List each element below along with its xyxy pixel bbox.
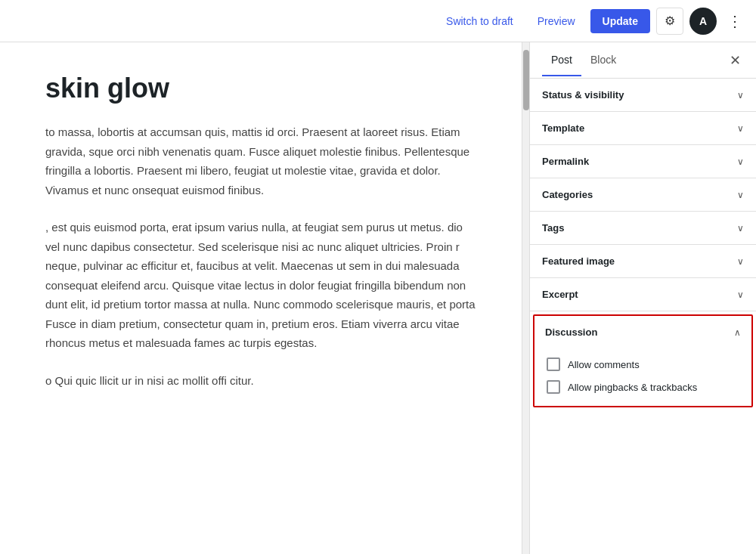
update-button[interactable]: Update: [590, 9, 650, 33]
panel-featured-image: Featured image ∨: [530, 245, 756, 278]
panel-discussion: Discussion ∧ Allow comments Allow pingba…: [533, 314, 753, 407]
panel-permalink-title: Permalink: [542, 156, 589, 167]
avatar-button[interactable]: A: [689, 8, 717, 35]
avatar: A: [699, 15, 707, 27]
panel-template: Template ∨: [530, 112, 756, 145]
panel-excerpt-header[interactable]: Excerpt ∨: [530, 278, 756, 311]
more-icon: ⋮: [727, 13, 742, 29]
scrollbar-thumb: [523, 50, 529, 110]
discussion-body: Allow comments Allow pingbacks & trackba…: [534, 348, 751, 406]
panel-categories-header[interactable]: Categories ∨: [530, 178, 756, 211]
sidebar-panels: Status & visibility ∨ Template ∨ Permali…: [530, 79, 756, 554]
toolbar: Switch to draft Preview Update ⚙ A ⋮: [0, 0, 756, 42]
more-options-button[interactable]: ⋮: [723, 8, 747, 35]
allow-comments-row: Allow comments: [547, 357, 739, 371]
panel-discussion-title: Discussion: [545, 327, 597, 338]
chevron-down-icon: ∨: [737, 156, 744, 167]
allow-pingbacks-row: Allow pingbacks & trackbacks: [547, 380, 739, 394]
allow-comments-label: Allow comments: [568, 359, 640, 370]
gear-icon: ⚙: [665, 14, 675, 28]
chevron-down-icon: ∨: [737, 90, 744, 101]
tab-post[interactable]: Post: [542, 45, 581, 76]
preview-button[interactable]: Preview: [528, 11, 584, 32]
editor-paragraph-3: o Qui quic llicit ur in nisi ac mollit o…: [45, 371, 476, 391]
chevron-down-icon: ∨: [737, 123, 744, 134]
panel-featured-image-header[interactable]: Featured image ∨: [530, 245, 756, 277]
panel-status-visibility-header[interactable]: Status & visibility ∨: [530, 79, 756, 111]
chevron-down-icon: ∨: [737, 190, 744, 200]
settings-button[interactable]: ⚙: [656, 8, 683, 35]
panel-categories-title: Categories: [542, 189, 593, 200]
panel-status-visibility-title: Status & visibility: [542, 89, 624, 101]
editor-area[interactable]: skin glow to massa, lobortis at accumsan…: [0, 42, 522, 554]
chevron-down-icon: ∨: [737, 289, 744, 300]
panel-template-header[interactable]: Template ∨: [530, 112, 756, 144]
tab-block[interactable]: Block: [581, 45, 625, 76]
sidebar-tabs: Post Block ✕: [530, 42, 756, 79]
editor-paragraph-2: , est quis euismod porta, erat ipsum var…: [45, 218, 476, 353]
chevron-down-icon: ∨: [737, 223, 744, 234]
panel-excerpt: Excerpt ∨: [530, 278, 756, 311]
main-area: skin glow to massa, lobortis at accumsan…: [0, 42, 756, 554]
editor-paragraph-1: to massa, lobortis at accumsan quis, mat…: [45, 122, 476, 200]
panel-discussion-header[interactable]: Discussion ∧: [534, 316, 751, 348]
panel-status-visibility: Status & visibility ∨: [530, 79, 756, 112]
sidebar-close-button[interactable]: ✕: [727, 49, 744, 72]
sidebar: Post Block ✕ Status & visibility ∨ Templ…: [529, 42, 756, 554]
chevron-up-icon: ∧: [734, 327, 741, 338]
panel-categories: Categories ∨: [530, 178, 756, 212]
panel-permalink: Permalink ∨: [530, 145, 756, 178]
panel-tags: Tags ∨: [530, 212, 756, 245]
close-icon: ✕: [730, 53, 741, 68]
switch-to-draft-button[interactable]: Switch to draft: [437, 11, 522, 32]
editor-heading: skin glow: [45, 73, 476, 104]
panel-tags-header[interactable]: Tags ∨: [530, 212, 756, 244]
panel-tags-title: Tags: [542, 222, 564, 234]
editor-scrollbar[interactable]: [522, 42, 529, 554]
allow-pingbacks-checkbox[interactable]: [547, 380, 560, 394]
panel-template-title: Template: [542, 122, 584, 134]
allow-pingbacks-label: Allow pingbacks & trackbacks: [568, 382, 697, 393]
panel-excerpt-title: Excerpt: [542, 289, 578, 300]
panel-featured-image-title: Featured image: [542, 255, 615, 267]
panel-permalink-header[interactable]: Permalink ∨: [530, 145, 756, 178]
chevron-down-icon: ∨: [737, 256, 744, 267]
allow-comments-checkbox[interactable]: [547, 357, 560, 371]
